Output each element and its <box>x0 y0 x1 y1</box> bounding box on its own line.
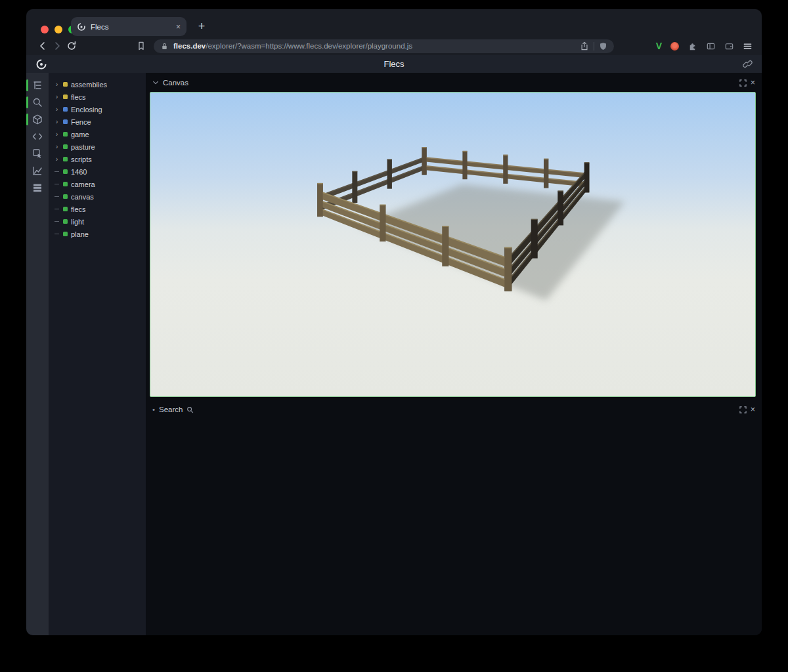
tree-connector <box>54 196 60 197</box>
tree-connector <box>54 184 60 184</box>
search-close-icon[interactable]: × <box>751 405 755 414</box>
close-window-button[interactable] <box>41 26 49 33</box>
tree-item-canvas[interactable]: canvas <box>49 190 146 203</box>
entity-color-square <box>63 132 68 136</box>
stats-panel-button[interactable] <box>32 165 43 176</box>
search-panel-header: • Search × <box>146 403 762 416</box>
reload-button[interactable] <box>64 39 79 53</box>
share-button[interactable] <box>580 41 589 51</box>
tree-item-flecs[interactable]: › flecs <box>49 91 146 103</box>
chevron-right-icon[interactable]: › <box>54 118 60 125</box>
tree-item-label: game <box>71 131 89 138</box>
search-icon <box>32 97 43 108</box>
bookmark-icon <box>136 41 146 51</box>
chevron-right-icon[interactable]: › <box>54 143 60 150</box>
tree-item-plane[interactable]: plane <box>49 228 146 240</box>
back-button[interactable] <box>35 39 50 53</box>
forward-button[interactable] <box>50 39 64 53</box>
urlbar-divider <box>594 42 594 51</box>
tree-item-label: pasture <box>71 143 95 151</box>
new-tab-button[interactable]: + <box>193 17 210 35</box>
entity-color-square <box>63 232 68 236</box>
entity-color-square <box>63 194 68 199</box>
tree-item-label: Fence <box>71 118 91 126</box>
extension-v-icon[interactable]: V <box>656 41 662 51</box>
back-arrow-icon <box>37 41 48 51</box>
tree-item-scripts[interactable]: › scripts <box>49 153 146 165</box>
tree-item-pasture[interactable]: › pasture <box>49 140 146 153</box>
browser-tab[interactable]: Flecs × <box>71 17 186 36</box>
search-icon <box>186 406 194 413</box>
search-panel-title: Search <box>159 406 183 413</box>
chevron-right-icon[interactable]: › <box>54 131 60 138</box>
tree-item-assemblies[interactable]: › assemblies <box>49 78 146 91</box>
tree-item-enclosing[interactable]: › Enclosing <box>49 103 146 116</box>
entity-color-square <box>63 207 68 211</box>
url-domain: flecs.dev <box>173 42 206 50</box>
bookmark-button[interactable] <box>134 39 148 53</box>
extensions-button[interactable] <box>688 41 697 51</box>
tree-connector <box>54 171 60 172</box>
canvas-viewport[interactable] <box>150 92 756 397</box>
tree-item-game[interactable]: › game <box>49 128 146 140</box>
wallet-icon <box>724 41 734 51</box>
tree-item-flecs-entity[interactable]: flecs <box>49 203 146 215</box>
fullscreen-icon <box>739 406 747 413</box>
tree-item-fence[interactable]: › Fence <box>49 116 146 128</box>
tree-item-1460[interactable]: 1460 <box>49 165 146 178</box>
wallet-button[interactable] <box>724 41 734 51</box>
entity-tree-panel: › assemblies › flecs › Enclosing › Fence… <box>49 73 146 635</box>
cube-icon <box>32 114 43 125</box>
search-fullscreen-button[interactable] <box>739 406 747 413</box>
search-panel-bullet[interactable]: • <box>152 406 155 413</box>
tree-item-label: flecs <box>71 205 86 213</box>
reload-icon <box>66 41 77 51</box>
tab-title: Flecs <box>91 23 171 31</box>
url-path: /explorer/?wasm=https://www.flecs.dev/ex… <box>206 42 412 50</box>
tab-close-icon[interactable]: × <box>176 22 181 32</box>
search-panel-magnifier[interactable] <box>186 406 194 413</box>
forward-arrow-icon <box>52 41 62 51</box>
chevron-right-icon[interactable]: › <box>54 106 60 113</box>
inspect-panel-button[interactable] <box>32 148 43 159</box>
tree-item-label: 1460 <box>71 168 87 176</box>
memory-panel-button[interactable] <box>32 182 43 193</box>
brave-shield-button[interactable] <box>599 42 607 51</box>
query-panel-button[interactable] <box>32 97 43 108</box>
canvas-3d-scene[interactable] <box>150 93 755 396</box>
canvas-close-icon[interactable]: × <box>751 78 755 87</box>
tree-item-light[interactable]: light <box>49 215 146 228</box>
fullscreen-icon <box>739 79 747 87</box>
extension-red-circle-icon[interactable] <box>670 42 679 51</box>
tree-connector <box>54 221 60 222</box>
url-text: flecs.dev/explorer/?wasm=https://www.fle… <box>173 42 575 50</box>
url-bar[interactable]: flecs.dev/explorer/?wasm=https://www.fle… <box>154 39 614 53</box>
tree-item-label: camera <box>71 180 95 188</box>
tree-item-camera[interactable]: camera <box>49 178 146 190</box>
code-panel-button[interactable] <box>32 131 43 142</box>
chevron-right-icon[interactable]: › <box>54 156 60 163</box>
entities-panel-button[interactable] <box>32 114 43 125</box>
canvas-panel-header: Canvas × <box>146 76 762 89</box>
extension-cluster: V <box>656 41 753 51</box>
permalink-button[interactable] <box>743 59 753 69</box>
canvas-fullscreen-button[interactable] <box>739 79 747 87</box>
sidebar-icon <box>706 41 716 51</box>
canvas-collapse-button[interactable] <box>152 79 159 86</box>
entity-tree-panel-button[interactable] <box>32 80 43 91</box>
page-title: Flecs <box>26 59 762 69</box>
chevron-right-icon[interactable]: › <box>54 81 60 88</box>
link-icon <box>743 59 753 69</box>
sidebar-toggle-button[interactable] <box>706 41 716 51</box>
canvas-panel-title: Canvas <box>163 79 188 87</box>
tree-connector <box>54 209 60 209</box>
entity-color-square <box>63 182 68 186</box>
app-body: › assemblies › flecs › Enclosing › Fence… <box>26 73 762 635</box>
minimize-window-button[interactable] <box>55 26 62 33</box>
menu-button[interactable] <box>743 41 753 51</box>
search-panel-content[interactable] <box>146 416 762 635</box>
tree-item-label: scripts <box>71 156 92 163</box>
chevron-right-icon[interactable]: › <box>54 93 60 100</box>
entity-color-square <box>63 219 68 224</box>
code-icon <box>32 131 43 142</box>
